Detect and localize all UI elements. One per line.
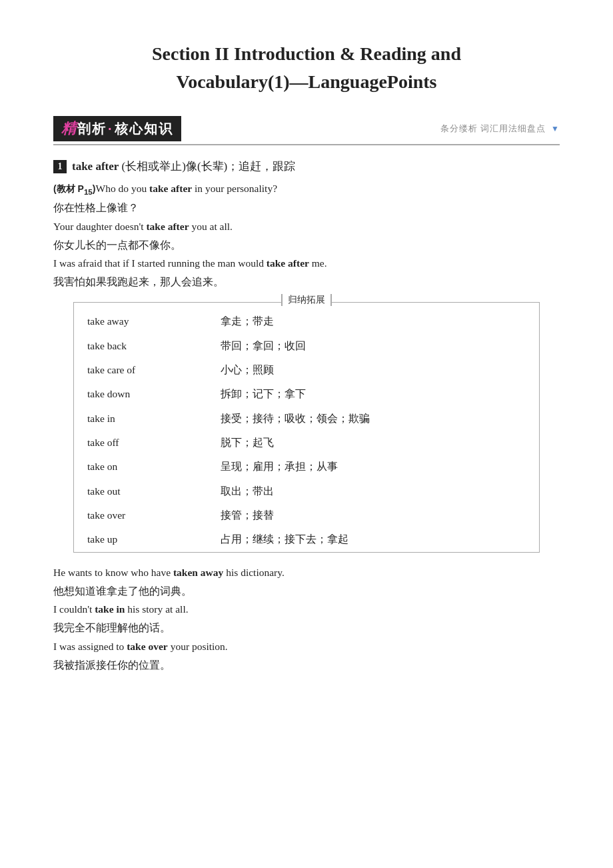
- example-source: (教材 P15)Who do you take after in your pe…: [53, 179, 560, 199]
- entry-1-zh: (长相或举止)像(长辈)；追赶，跟踪: [122, 160, 296, 173]
- guina-row: take in 接受；接待；吸收；领会；欺骗: [74, 407, 539, 431]
- follow-ex1-zh: 他想知道谁拿走了他的词典。: [53, 582, 560, 601]
- banner-arrow-icon: ▼: [551, 124, 560, 133]
- guina-row: take away 拿走；带走: [74, 309, 539, 333]
- entry-number-1: 1: [53, 160, 67, 173]
- follow-ex3-en: I was assigned to take over your positio…: [53, 637, 560, 656]
- guina-zh-take-back: 带回；拿回；收回: [207, 334, 539, 358]
- entry-1: 1 take after (长相或举止)像(长辈)；追赶，跟踪 (教材 P15)…: [53, 159, 560, 675]
- guina-row: take out 取出；带出: [74, 479, 539, 503]
- guina-box: 归纳拓展 take away 拿走；带走 take back 带回；拿回；收回 …: [73, 302, 540, 552]
- title-line1: Section II Introduction & Reading and: [53, 40, 560, 68]
- guina-row: take back 带回；拿回；收回: [74, 334, 539, 358]
- guina-en-take-away: take away: [74, 309, 207, 333]
- follow-ex1-en-text: He wants to know who have taken away his…: [53, 567, 285, 578]
- guina-title: 归纳拓展: [281, 294, 332, 306]
- guina-zh-take-off: 脱下；起飞: [207, 431, 539, 455]
- guina-table: take away 拿走；带走 take back 带回；拿回；收回 take …: [74, 309, 539, 551]
- entry-1-title: take after (长相或举止)像(长辈)；追赶，跟踪: [72, 159, 295, 174]
- banner-jing: 精: [61, 120, 77, 137]
- guina-row: take down 拆卸；记下；拿下: [74, 382, 539, 406]
- example-3: I was afraid that if I started running t…: [53, 254, 560, 273]
- guina-zh-take-on: 呈现；雇用；承担；从事: [207, 455, 539, 479]
- banner-left: 精剖析·核心知识: [53, 116, 181, 141]
- guina-row: take on 呈现；雇用；承担；从事: [74, 455, 539, 479]
- guina-en-take-on: take on: [74, 455, 207, 479]
- follow-ex3-zh: 我被指派接任你的位置。: [53, 656, 560, 675]
- section-banner: 精剖析·核心知识 条分缕析 词汇用法细盘点 ▼: [53, 116, 560, 145]
- banner-right: 条分缕析 词汇用法细盘点 ▼: [440, 123, 560, 135]
- guina-en-take-over: take over: [74, 503, 207, 527]
- textbook-source: (教材 P15): [53, 183, 96, 194]
- banner-right-text: 条分缕析 词汇用法细盘点: [440, 123, 546, 133]
- guina-en-take-out: take out: [74, 479, 207, 503]
- title-line2: Vocabulary(1)—LanguagePoints: [53, 68, 560, 96]
- main-title: Section II Introduction & Reading and Vo…: [53, 40, 560, 96]
- banner-dot: ·: [108, 121, 113, 136]
- ex3-zh: 我害怕如果我跑起来，那人会追来。: [53, 273, 560, 291]
- guina-zh-take-care-of: 小心；照顾: [207, 358, 539, 382]
- follow-ex3-en-text: I was assigned to take over your positio…: [53, 641, 228, 652]
- guina-zh-take-over: 接管；接替: [207, 503, 539, 527]
- guina-row: take off 脱下；起飞: [74, 431, 539, 455]
- banner-core: 核心知识: [115, 121, 173, 136]
- follow-ex1-en: He wants to know who have taken away his…: [53, 563, 560, 582]
- guina-zh-take-up: 占用；继续；接下去；拿起: [207, 527, 539, 551]
- ex1-zh: 你在性格上像谁？: [53, 199, 560, 217]
- guina-zh-take-away: 拿走；带走: [207, 309, 539, 333]
- guina-en-take-in: take in: [74, 407, 207, 431]
- guina-en-take-back: take back: [74, 334, 207, 358]
- guina-row: take up 占用；继续；接下去；拿起: [74, 527, 539, 551]
- guina-en-take-off: take off: [74, 431, 207, 455]
- entry-1-header: 1 take after (长相或举止)像(长辈)；追赶，跟踪: [53, 159, 560, 174]
- guina-en-take-down: take down: [74, 382, 207, 406]
- banner-title: 精剖析·核心知识: [61, 119, 173, 139]
- guina-zh-take-down: 拆卸；记下；拿下: [207, 382, 539, 406]
- follow-ex2-en-text: I couldn't take in his story at all.: [53, 603, 189, 615]
- ex3-en: I was afraid that if I started running t…: [53, 257, 327, 269]
- guina-zh-take-out: 取出；带出: [207, 479, 539, 503]
- entry-1-en: take after: [72, 160, 119, 173]
- ex2-zh: 你女儿长的一点都不像你。: [53, 236, 560, 255]
- ex1-text: Who do you take after in your personalit…: [96, 183, 278, 194]
- guina-en-take-up: take up: [74, 527, 207, 551]
- guina-row: take care of 小心；照顾: [74, 358, 539, 382]
- guina-zh-take-in: 接受；接待；吸收；领会；欺骗: [207, 407, 539, 431]
- follow-ex2-zh: 我完全不能理解他的话。: [53, 619, 560, 637]
- example-2: Your daughter doesn't take after you at …: [53, 217, 560, 236]
- follow-ex2-en: I couldn't take in his story at all.: [53, 600, 560, 619]
- guina-row: take over 接管；接替: [74, 503, 539, 527]
- guina-en-take-care-of: take care of: [74, 358, 207, 382]
- ex2-en: Your daughter doesn't take after you at …: [53, 221, 233, 232]
